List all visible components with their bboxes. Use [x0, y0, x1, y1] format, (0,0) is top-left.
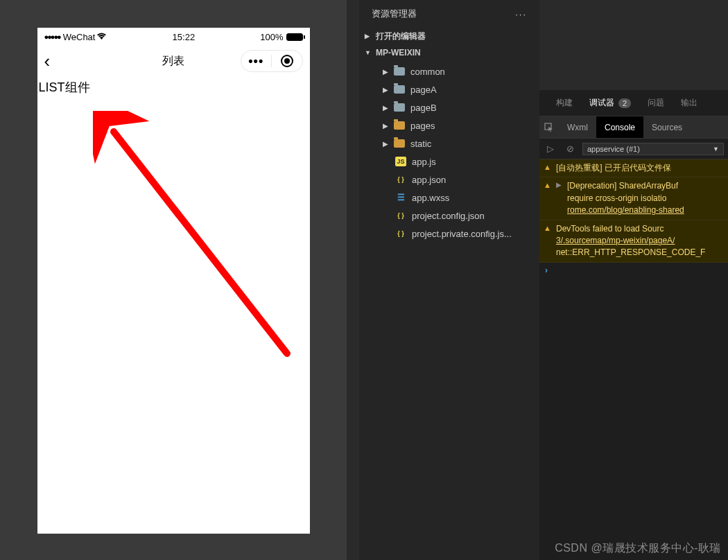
play-button[interactable]: ▷	[544, 143, 557, 154]
carrier-label: WeChat	[63, 32, 96, 42]
clear-console-button[interactable]: ⊘	[563, 143, 577, 154]
capsule-close-button[interactable]	[272, 55, 302, 67]
section-label: 打开的编辑器	[376, 30, 426, 42]
battery-percent: 100%	[260, 32, 283, 42]
tree-label: project.config.json	[412, 211, 485, 221]
json-file-icon: { }	[395, 211, 406, 220]
warning-icon: ▲	[544, 223, 552, 259]
section-project[interactable]: ▼ MP-WEIXIN	[359, 44, 539, 61]
folder-common[interactable]: ▶common	[359, 62, 539, 80]
capsule-menu: •••	[241, 50, 303, 72]
inspect-icon	[544, 123, 554, 132]
file-app-js[interactable]: JSapp.js	[359, 152, 539, 170]
tab-sources[interactable]: Sources	[643, 116, 691, 138]
folder-pageb[interactable]: ▶pageB	[359, 98, 539, 116]
explorer-more-button[interactable]: ···	[515, 9, 527, 19]
file-project-private-config[interactable]: { }project.private.config.js...	[359, 225, 539, 243]
console-warning-row[interactable]: ▲ DevTools failed to load Sourc 3/.sourc…	[539, 220, 728, 263]
console-prompt[interactable]: ›	[539, 263, 728, 278]
tree-label: app.json	[412, 175, 446, 185]
warning-icon: ▲	[544, 162, 552, 174]
chevron-right-icon: ▶	[383, 68, 391, 76]
signal-dots-icon: ●●●●●	[44, 33, 60, 41]
debugger-badge: 2	[618, 98, 631, 108]
tree-label: app.js	[412, 157, 436, 167]
tree-label: pageA	[410, 85, 437, 95]
folder-icon	[394, 103, 405, 112]
console-output[interactable]: ▲ [自动热重载] 已开启代码文件保 ▲ ▶ [Deprecation] Sha…	[539, 159, 728, 278]
json-file-icon: { }	[395, 229, 406, 238]
devtools-panel: 构建 调试器2 问题 输出 Wxml Console Sources ▷ ⊘ a…	[539, 90, 728, 560]
console-message: [Deprecation] SharedArrayBuf require cro…	[567, 180, 724, 216]
capsule-more-button[interactable]: •••	[241, 54, 272, 69]
chevron-right-icon: ▶	[383, 122, 391, 130]
devtools-secondary-tabs: Wxml Console Sources	[539, 116, 728, 139]
folder-static[interactable]: ▶static	[359, 134, 539, 152]
folder-icon	[394, 121, 405, 130]
nav-bar: ‹ 列表 •••	[37, 46, 310, 76]
chevron-right-icon: ▶	[383, 86, 391, 94]
devtools-primary-tabs: 构建 调试器2 问题 输出	[539, 90, 728, 116]
clock-label: 15:22	[107, 32, 260, 42]
folder-icon	[394, 85, 405, 94]
simulator-panel: ●●●●● WeChat 15:22 100% ‹ 列表 ••• LIST组件	[0, 0, 347, 560]
js-file-icon: JS	[395, 157, 406, 166]
tab-wxml[interactable]: Wxml	[559, 116, 596, 138]
folder-icon	[394, 139, 405, 148]
file-tree: ▶common ▶pageA ▶pageB ▶pages ▶static JSa…	[359, 61, 539, 244]
wifi-icon	[96, 32, 107, 42]
wxss-file-icon: ☰	[395, 193, 406, 202]
folder-icon	[394, 67, 405, 76]
chevron-right-icon: ▶	[383, 140, 391, 148]
tab-build[interactable]: 构建	[548, 97, 581, 109]
file-app-wxss[interactable]: ☰app.wxss	[359, 189, 539, 207]
console-warning-row[interactable]: ▲ ▶ [Deprecation] SharedArrayBuf require…	[539, 177, 728, 220]
context-label: appservice (#1)	[587, 145, 640, 153]
section-open-editors[interactable]: ▶ 打开的编辑器	[359, 28, 539, 44]
watermark: CSDN @瑞晟技术服务中心-耿瑞	[555, 541, 721, 556]
battery-icon	[286, 33, 303, 41]
console-link[interactable]: 3/.sourcemap/mp-weixin/pageA/	[556, 236, 675, 245]
more-icon: •••	[248, 54, 263, 69]
expand-icon[interactable]: ▶	[556, 180, 563, 216]
warning-icon: ▲	[544, 180, 552, 216]
chevron-right-icon: ▶	[365, 33, 373, 40]
tree-label: static	[410, 139, 431, 149]
console-message: [自动热重载] 已开启代码文件保	[556, 162, 724, 174]
status-bar: ●●●●● WeChat 15:22 100%	[37, 28, 310, 46]
tree-label: common	[410, 67, 445, 77]
context-selector[interactable]: appservice (#1) ▼	[582, 143, 724, 155]
console-link[interactable]: rome.com/blog/enabling-shared	[567, 205, 684, 215]
chevron-right-icon: ▶	[383, 104, 391, 112]
tree-label: project.private.config.js...	[412, 229, 512, 239]
tab-issues[interactable]: 问题	[639, 97, 673, 109]
file-explorer-panel: 资源管理器 ··· ▶ 打开的编辑器 ▼ MP-WEIXIN ▶common ▶…	[359, 0, 539, 560]
page-text: LIST组件	[39, 80, 90, 94]
phone-frame: ●●●●● WeChat 15:22 100% ‹ 列表 ••• LIST组件	[37, 28, 310, 534]
folder-pages[interactable]: ▶pages	[359, 116, 539, 134]
file-project-config[interactable]: { }project.config.json	[359, 207, 539, 225]
page-content[interactable]: LIST组件	[37, 76, 310, 534]
tree-label: app.wxss	[412, 193, 449, 203]
console-message: DevTools failed to load Sourc 3/.sourcem…	[556, 223, 724, 259]
inspect-button[interactable]	[539, 123, 559, 132]
explorer-title: 资源管理器	[372, 8, 417, 20]
tab-output[interactable]: 输出	[673, 97, 706, 109]
tree-label: pages	[410, 121, 435, 131]
json-file-icon: { }	[395, 175, 406, 184]
console-toolbar: ▷ ⊘ appservice (#1) ▼	[539, 139, 728, 159]
section-label: MP-WEIXIN	[376, 48, 421, 58]
tree-label: pageB	[410, 103, 437, 113]
folder-pagea[interactable]: ▶pageA	[359, 80, 539, 98]
tab-debugger[interactable]: 调试器2	[581, 97, 639, 109]
chevron-down-icon: ▼	[713, 146, 719, 152]
file-app-json[interactable]: { }app.json	[359, 170, 539, 189]
console-warning-row[interactable]: ▲ [自动热重载] 已开启代码文件保	[539, 159, 728, 177]
tab-console[interactable]: Console	[596, 116, 643, 138]
target-icon	[281, 55, 293, 67]
explorer-header: 资源管理器 ···	[359, 0, 539, 28]
chevron-down-icon: ▼	[365, 49, 373, 56]
